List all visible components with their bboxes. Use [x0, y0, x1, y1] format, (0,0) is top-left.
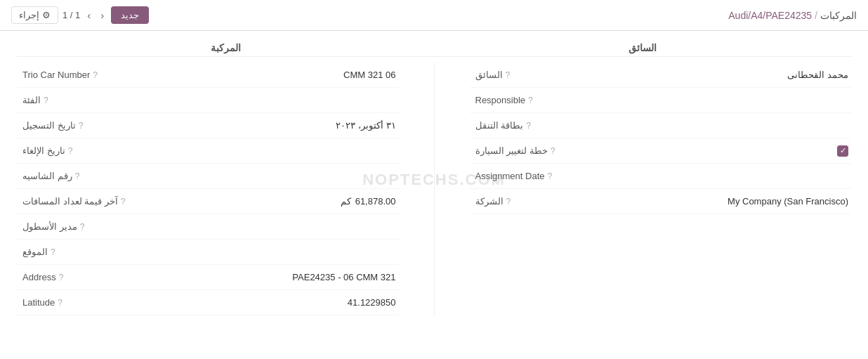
field-label-text: السائق — [475, 70, 503, 80]
field-row: ?الموقع — [17, 240, 399, 265]
field-label-text: Assignment Date — [475, 171, 545, 181]
field-label-text: Latitude — [22, 297, 55, 308]
action-label: إجراء — [19, 10, 39, 20]
field-unit: كم — [341, 196, 351, 207]
field-value[interactable]: My Company (San Francisco) — [582, 196, 852, 207]
nav-counter: 1 / 1 — [63, 10, 80, 20]
gear-icon: ⚙ — [42, 10, 51, 20]
field-label: ?Assignment Date — [470, 171, 582, 181]
new-button[interactable]: جديد — [111, 6, 149, 24]
field-row: ٣١ أكتوبر، ٢٠٢٣?تاريخ التسجيل — [17, 113, 399, 138]
field-row: CMM 321 06?Trio Car Number — [17, 63, 399, 88]
help-icon[interactable]: ? — [526, 121, 531, 131]
field-label: ?Latitude — [17, 297, 129, 308]
field-value[interactable]: CMM 321 06 — [129, 70, 399, 80]
checkbox-checked[interactable]: ✓ — [837, 145, 848, 157]
field-label: ?Trio Car Number — [17, 70, 129, 80]
help-icon[interactable]: ? — [506, 197, 511, 207]
field-label-text: تاريخ الإلغاء — [22, 145, 65, 156]
help-icon[interactable]: ? — [528, 96, 533, 105]
field-label: ?الموقع — [17, 247, 129, 257]
field-value[interactable]: 41.1229850 — [129, 297, 399, 308]
field-label-text: Trio Car Number — [22, 70, 90, 80]
field-row: ?Responsible — [470, 88, 852, 113]
help-icon[interactable]: ? — [121, 197, 126, 207]
field-label-text: الشركة — [475, 196, 504, 207]
top-bar: المركبات / Audi/A4/PAE24235 جديد ‹ › 1 /… — [0, 0, 868, 31]
help-icon[interactable]: ? — [551, 146, 555, 156]
field-label: ?رقم الشاسيه — [17, 171, 129, 181]
form-container: محمد القحطانى?السائق?Responsible?بطاقة ا… — [17, 63, 851, 315]
field-label-text: Responsible — [475, 95, 526, 105]
help-icon[interactable]: ? — [548, 171, 553, 181]
help-icon[interactable]: ? — [79, 121, 84, 131]
field-row: ?بطاقة التنقل — [470, 113, 852, 138]
field-row: ?رقم الشاسيه — [17, 164, 399, 189]
field-row: ?الفئة — [17, 88, 399, 113]
field-label-text: تاريخ التسجيل — [22, 120, 76, 131]
field-label-text: آخر قيمة لعداد المسافات — [22, 196, 118, 207]
content-area: السائق المركبة محمد القحطانى?السائق?Resp… — [0, 31, 868, 327]
field-label: ?تاريخ التسجيل — [17, 120, 129, 131]
help-icon[interactable]: ? — [93, 70, 98, 80]
field-label: ?السائق — [470, 70, 582, 80]
breadcrumb-root[interactable]: المركبات — [820, 10, 857, 21]
field-row: My Company (San Francisco)?الشركة — [470, 189, 852, 214]
field-value[interactable]: 61,878.00كم — [129, 196, 399, 207]
field-value[interactable]: ٣١ أكتوبر، ٢٠٢٣ — [129, 120, 399, 131]
field-row: محمد القحطانى?السائق — [470, 63, 852, 88]
field-row: ?تاريخ الإلغاء — [17, 138, 399, 164]
field-label-text: بطاقة التنقل — [475, 120, 524, 131]
nav-prev-button[interactable]: ‹ — [98, 8, 107, 22]
section-headers: السائق المركبة — [17, 42, 851, 57]
field-row: 41.1229850?Latitude — [17, 290, 399, 315]
field-value[interactable]: محمد القحطانى — [582, 70, 852, 80]
field-label: ?الفئة — [17, 95, 129, 105]
field-label-text: Address — [22, 272, 56, 282]
help-icon[interactable]: ? — [68, 146, 73, 156]
help-icon[interactable]: ? — [44, 96, 48, 105]
field-label-text: الفئة — [22, 95, 41, 105]
toolbar: جديد ‹ › 1 / 1 ⚙ إجراء — [11, 6, 149, 24]
field-label: ?مدير الأسطول — [17, 221, 129, 232]
field-value[interactable]: ✓ — [582, 145, 852, 157]
gear-button[interactable]: ⚙ إجراء — [11, 6, 58, 24]
breadcrumb-current: Audi/A4/PAE24235 — [728, 10, 812, 21]
field-row: ?مدير الأسطول — [17, 214, 399, 240]
field-label: ?تاريخ الإلغاء — [17, 145, 129, 156]
field-value[interactable]: PAE24235 - 06 CMM 321 — [129, 272, 399, 282]
help-icon[interactable]: ? — [58, 298, 63, 308]
column-divider — [434, 63, 435, 315]
help-icon[interactable]: ? — [75, 171, 80, 181]
field-label: ?خطة لتغيير السيارة — [470, 145, 582, 156]
breadcrumb-area: المركبات / Audi/A4/PAE24235 — [728, 10, 857, 21]
field-label: ?الشركة — [470, 196, 582, 207]
field-label: ?Responsible — [470, 95, 582, 105]
field-label: ?آخر قيمة لعداد المسافات — [17, 196, 129, 207]
field-label-text: مدير الأسطول — [22, 221, 77, 232]
driver-column: محمد القحطانى?السائق?Responsible?بطاقة ا… — [470, 63, 852, 315]
field-row: 61,878.00كم?آخر قيمة لعداد المسافات — [17, 189, 399, 214]
help-icon[interactable]: ? — [51, 247, 55, 257]
field-label: ?Address — [17, 272, 129, 282]
field-label-text: رقم الشاسيه — [22, 171, 72, 181]
field-label-text: الموقع — [22, 247, 48, 257]
help-icon[interactable]: ? — [59, 273, 64, 282]
field-number-value: 61,878.00 — [355, 196, 396, 207]
breadcrumb: المركبات / Audi/A4/PAE24235 — [728, 10, 857, 21]
breadcrumb-sep: / — [815, 10, 817, 21]
vehicle-column: CMM 321 06?Trio Car Number?الفئة٣١ أكتوب… — [17, 63, 399, 315]
driver-section-title: السائق — [434, 42, 851, 53]
field-row: ✓?خطة لتغيير السيارة — [470, 138, 852, 164]
nav-next-button[interactable]: › — [84, 8, 93, 22]
vehicle-section-title: المركبة — [17, 42, 434, 53]
field-row: PAE24235 - 06 CMM 321?Address — [17, 265, 399, 290]
field-label-text: خطة لتغيير السيارة — [475, 145, 548, 156]
help-icon[interactable]: ? — [506, 70, 511, 80]
field-label: ?بطاقة التنقل — [470, 120, 582, 131]
field-row: ?Assignment Date — [470, 164, 852, 189]
help-icon[interactable]: ? — [80, 222, 85, 232]
